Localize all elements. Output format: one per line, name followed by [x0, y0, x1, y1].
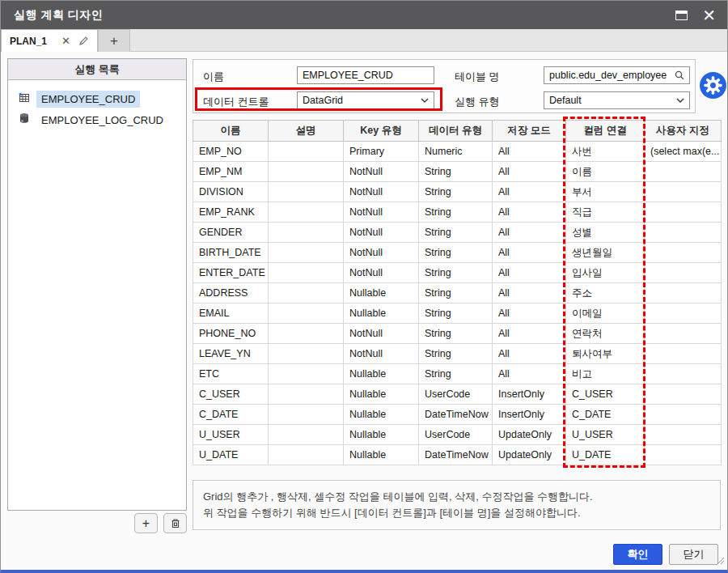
add-tab-button[interactable]: +: [98, 29, 130, 52]
table-cell[interactable]: All: [493, 182, 566, 202]
table-row[interactable]: C_DATENullableDateTimeNowInsertOnlyC_DAT…: [193, 405, 722, 425]
table-cell[interactable]: All: [493, 243, 566, 263]
tab-plan-1[interactable]: PLAN_1 ✕: [1, 29, 98, 52]
tab-close-icon[interactable]: ✕: [61, 35, 70, 47]
table-cell[interactable]: [645, 283, 722, 303]
table-cell[interactable]: NotNull: [344, 223, 419, 243]
table-cell[interactable]: Nullable: [344, 445, 419, 465]
table-cell[interactable]: [269, 162, 344, 182]
table-cell[interactable]: [269, 303, 344, 324]
table-cell[interactable]: All: [493, 324, 566, 344]
table-cell[interactable]: String: [419, 162, 493, 182]
close-window-icon[interactable]: ✕: [702, 7, 716, 23]
table-cell[interactable]: U_USER: [193, 425, 269, 445]
table-cell[interactable]: UserCode: [419, 384, 493, 405]
table-cell[interactable]: DateTimeNow: [419, 445, 493, 465]
name-input[interactable]: [297, 66, 434, 84]
table-cell[interactable]: [269, 263, 344, 283]
table-row[interactable]: EMP_NOPrimaryNumericAll사번(select max(e..…: [193, 142, 722, 162]
table-cell[interactable]: Nullable: [344, 384, 419, 405]
ok-button[interactable]: 확인: [613, 544, 662, 565]
table-cell[interactable]: Nullable: [344, 283, 419, 303]
table-cell[interactable]: 성별: [566, 223, 645, 243]
table-cell[interactable]: 퇴사여부: [566, 344, 645, 364]
table-cell[interactable]: U_DATE: [566, 445, 645, 465]
table-cell[interactable]: [645, 162, 722, 182]
table-cell[interactable]: All: [493, 223, 566, 243]
table-cell[interactable]: UserCode: [419, 425, 493, 445]
table-cell[interactable]: String: [419, 364, 493, 384]
table-cell[interactable]: EMP_NO: [193, 142, 269, 162]
table-cell[interactable]: [269, 182, 344, 202]
search-icon[interactable]: [674, 70, 685, 84]
table-row[interactable]: BIRTH_DATENotNullStringAll생년월일: [193, 243, 722, 263]
table-cell[interactable]: C_DATE: [193, 405, 269, 425]
table-cell[interactable]: String: [419, 182, 493, 202]
table-cell[interactable]: All: [493, 344, 566, 364]
table-row[interactable]: ADDRESSNullableStringAll주소: [193, 283, 722, 303]
table-cell[interactable]: [645, 364, 722, 384]
table-row[interactable]: ENTER_DATENotNullStringAll입사일: [193, 263, 722, 283]
table-cell[interactable]: Numeric: [419, 142, 493, 162]
table-cell[interactable]: PHONE_NO: [193, 324, 269, 344]
table-cell[interactable]: [269, 445, 344, 465]
table-cell[interactable]: 비고: [566, 364, 645, 384]
table-cell[interactable]: EMAIL: [193, 303, 269, 324]
restore-window-icon[interactable]: [675, 11, 688, 20]
table-cell[interactable]: 생년월일: [566, 243, 645, 263]
table-row[interactable]: EMP_RANKNotNullStringAll직급: [193, 202, 722, 223]
table-cell[interactable]: U_USER: [566, 425, 645, 445]
table-cell[interactable]: EMP_NM: [193, 162, 269, 182]
table-row[interactable]: U_DATENullableDateTimeNowUpdateOnlyU_DAT…: [193, 445, 722, 465]
table-cell[interactable]: String: [419, 303, 493, 324]
table-cell[interactable]: LEAVE_YN: [193, 344, 269, 364]
table-cell[interactable]: NotNull: [344, 162, 419, 182]
table-cell[interactable]: [645, 182, 722, 202]
table-cell[interactable]: DateTimeNow: [419, 405, 493, 425]
table-cell[interactable]: GENDER: [193, 223, 269, 243]
table-cell[interactable]: [269, 344, 344, 364]
resize-grip-icon[interactable]: [717, 554, 725, 568]
table-cell[interactable]: [269, 202, 344, 223]
table-cell[interactable]: ETC: [193, 364, 269, 384]
table-cell[interactable]: All: [493, 202, 566, 223]
table-cell[interactable]: [645, 303, 722, 324]
table-row[interactable]: PHONE_NONotNullStringAll연락처: [193, 324, 722, 344]
table-cell[interactable]: String: [419, 263, 493, 283]
table-cell[interactable]: C_USER: [193, 384, 269, 405]
table-cell[interactable]: InsertOnly: [493, 384, 566, 405]
tab-rename-pencil-icon[interactable]: [78, 36, 89, 46]
table-cell[interactable]: UpdateOnly: [493, 425, 566, 445]
table-cell[interactable]: Primary: [344, 142, 419, 162]
table-cell[interactable]: [645, 223, 722, 243]
table-row[interactable]: LEAVE_YNNotNullStringAll퇴사여부: [193, 344, 722, 364]
table-cell[interactable]: NotNull: [344, 263, 419, 283]
table-cell[interactable]: String: [419, 344, 493, 364]
table-cell[interactable]: InsertOnly: [493, 405, 566, 425]
table-cell[interactable]: [645, 263, 722, 283]
tree-item-employee-log-crud[interactable]: EMPLOYEE_LOG_CRUD: [8, 109, 186, 130]
table-cell[interactable]: [269, 364, 344, 384]
table-cell[interactable]: [645, 425, 722, 445]
add-plan-item-button[interactable]: +: [134, 513, 158, 533]
delete-plan-item-button[interactable]: [163, 513, 187, 533]
table-row[interactable]: DIVISIONNotNullStringAll부서: [193, 182, 722, 202]
table-cell[interactable]: [269, 405, 344, 425]
table-cell[interactable]: [269, 283, 344, 303]
table-cell[interactable]: All: [493, 303, 566, 324]
table-cell[interactable]: [645, 324, 722, 344]
table-cell[interactable]: Nullable: [344, 405, 419, 425]
table-cell[interactable]: [269, 384, 344, 405]
table-cell[interactable]: UpdateOnly: [493, 445, 566, 465]
table-cell[interactable]: All: [493, 162, 566, 182]
table-cell[interactable]: (select max(e...: [645, 142, 722, 162]
table-cell[interactable]: NotNull: [344, 324, 419, 344]
table-cell[interactable]: Nullable: [344, 425, 419, 445]
settings-gear-button[interactable]: [700, 72, 726, 99]
table-cell[interactable]: String: [419, 202, 493, 223]
table-cell[interactable]: 주소: [566, 283, 645, 303]
table-cell[interactable]: [645, 202, 722, 223]
table-cell[interactable]: 이름: [566, 162, 645, 182]
table-cell[interactable]: ENTER_DATE: [193, 263, 269, 283]
table-cell[interactable]: [269, 243, 344, 263]
